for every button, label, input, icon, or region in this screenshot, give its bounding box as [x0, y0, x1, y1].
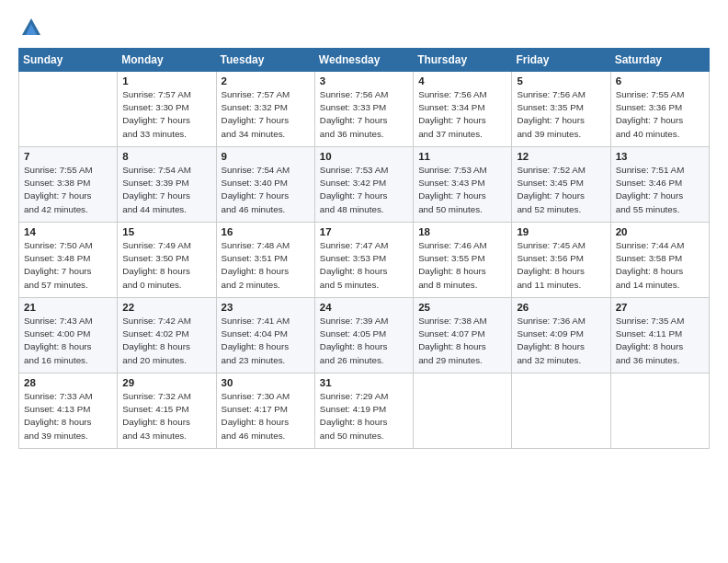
- day-info: Sunrise: 7:53 AM Sunset: 3:42 PM Dayligh…: [320, 164, 408, 216]
- weekday-header: Tuesday: [216, 49, 314, 72]
- calendar-cell: 8Sunrise: 7:54 AM Sunset: 3:39 PM Daylig…: [118, 147, 216, 223]
- calendar-cell: 25Sunrise: 7:38 AM Sunset: 4:07 PM Dayli…: [414, 298, 512, 373]
- day-info: Sunrise: 7:45 AM Sunset: 3:56 PM Dayligh…: [517, 239, 605, 292]
- calendar-cell: 4Sunrise: 7:56 AM Sunset: 3:34 PM Daylig…: [414, 72, 512, 147]
- day-number: 15: [122, 226, 210, 237]
- day-number: 31: [320, 377, 408, 388]
- calendar-week-row: 7Sunrise: 7:55 AM Sunset: 3:38 PM Daylig…: [19, 147, 710, 223]
- calendar-table: SundayMondayTuesdayWednesdayThursdayFrid…: [18, 48, 710, 449]
- calendar-cell: 18Sunrise: 7:46 AM Sunset: 3:55 PM Dayli…: [414, 223, 512, 298]
- calendar-cell: 11Sunrise: 7:53 AM Sunset: 3:43 PM Dayli…: [414, 147, 512, 223]
- day-number: 4: [418, 75, 506, 86]
- day-info: Sunrise: 7:56 AM Sunset: 3:33 PM Dayligh…: [320, 88, 408, 141]
- calendar-cell: 13Sunrise: 7:51 AM Sunset: 3:46 PM Dayli…: [610, 147, 709, 223]
- calendar-cell: 26Sunrise: 7:36 AM Sunset: 4:09 PM Dayli…: [512, 298, 610, 373]
- calendar-cell: 20Sunrise: 7:44 AM Sunset: 3:58 PM Dayli…: [610, 223, 709, 298]
- calendar-cell: 3Sunrise: 7:56 AM Sunset: 3:33 PM Daylig…: [314, 72, 413, 147]
- day-number: 29: [122, 377, 210, 388]
- day-info: Sunrise: 7:29 AM Sunset: 4:19 PM Dayligh…: [320, 390, 408, 442]
- day-number: 26: [517, 302, 605, 313]
- calendar-cell: 10Sunrise: 7:53 AM Sunset: 3:42 PM Dayli…: [314, 147, 413, 223]
- day-number: 19: [517, 226, 605, 237]
- calendar-cell: 24Sunrise: 7:39 AM Sunset: 4:05 PM Dayli…: [314, 298, 413, 373]
- day-info: Sunrise: 7:43 AM Sunset: 4:00 PM Dayligh…: [24, 315, 112, 367]
- calendar-cell: 12Sunrise: 7:52 AM Sunset: 3:45 PM Dayli…: [512, 147, 610, 223]
- day-number: 5: [517, 75, 605, 86]
- day-number: 3: [320, 75, 408, 86]
- page: SundayMondayTuesdayWednesdayThursdayFrid…: [0, 0, 728, 563]
- calendar-cell: 16Sunrise: 7:48 AM Sunset: 3:51 PM Dayli…: [216, 223, 314, 298]
- weekday-header: Wednesday: [314, 49, 413, 72]
- weekday-header: Monday: [118, 49, 216, 72]
- calendar-cell: 2Sunrise: 7:57 AM Sunset: 3:32 PM Daylig…: [216, 72, 314, 147]
- day-number: 11: [418, 151, 506, 162]
- calendar-week-row: 21Sunrise: 7:43 AM Sunset: 4:00 PM Dayli…: [19, 298, 710, 373]
- calendar-cell: [414, 373, 512, 449]
- day-info: Sunrise: 7:54 AM Sunset: 3:39 PM Dayligh…: [122, 164, 210, 216]
- logo-icon: [18, 15, 44, 40]
- day-number: 25: [418, 302, 506, 313]
- day-number: 23: [222, 302, 310, 313]
- day-info: Sunrise: 7:39 AM Sunset: 4:05 PM Dayligh…: [320, 315, 408, 367]
- calendar-cell: 27Sunrise: 7:35 AM Sunset: 4:11 PM Dayli…: [610, 298, 709, 373]
- calendar-cell: 19Sunrise: 7:45 AM Sunset: 3:56 PM Dayli…: [512, 223, 610, 298]
- day-info: Sunrise: 7:57 AM Sunset: 3:30 PM Dayligh…: [122, 88, 210, 141]
- day-info: Sunrise: 7:35 AM Sunset: 4:11 PM Dayligh…: [616, 315, 704, 367]
- day-number: 14: [24, 226, 112, 237]
- day-info: Sunrise: 7:36 AM Sunset: 4:09 PM Dayligh…: [517, 315, 605, 367]
- day-number: 12: [517, 151, 605, 162]
- day-number: 21: [24, 302, 112, 313]
- day-number: 10: [320, 151, 408, 162]
- calendar-week-row: 14Sunrise: 7:50 AM Sunset: 3:48 PM Dayli…: [19, 223, 710, 298]
- day-info: Sunrise: 7:44 AM Sunset: 3:58 PM Dayligh…: [616, 239, 704, 292]
- day-number: 18: [418, 226, 506, 237]
- calendar-cell: [19, 72, 118, 147]
- day-info: Sunrise: 7:49 AM Sunset: 3:50 PM Dayligh…: [122, 239, 210, 292]
- calendar-week-row: 28Sunrise: 7:33 AM Sunset: 4:13 PM Dayli…: [19, 373, 710, 449]
- calendar-cell: 15Sunrise: 7:49 AM Sunset: 3:50 PM Dayli…: [118, 223, 216, 298]
- day-number: 30: [222, 377, 310, 388]
- day-info: Sunrise: 7:50 AM Sunset: 3:48 PM Dayligh…: [24, 239, 112, 292]
- day-number: 22: [122, 302, 210, 313]
- day-info: Sunrise: 7:51 AM Sunset: 3:46 PM Dayligh…: [616, 164, 704, 216]
- day-info: Sunrise: 7:33 AM Sunset: 4:13 PM Dayligh…: [24, 390, 112, 442]
- day-info: Sunrise: 7:55 AM Sunset: 3:38 PM Dayligh…: [24, 164, 112, 216]
- day-info: Sunrise: 7:32 AM Sunset: 4:15 PM Dayligh…: [122, 390, 210, 442]
- calendar-cell: [512, 373, 610, 449]
- day-info: Sunrise: 7:42 AM Sunset: 4:02 PM Dayligh…: [122, 315, 210, 367]
- day-info: Sunrise: 7:57 AM Sunset: 3:32 PM Dayligh…: [222, 88, 310, 141]
- day-number: 8: [122, 151, 210, 162]
- calendar-cell: 1Sunrise: 7:57 AM Sunset: 3:30 PM Daylig…: [118, 72, 216, 147]
- day-number: 16: [222, 226, 310, 237]
- calendar-cell: 6Sunrise: 7:55 AM Sunset: 3:36 PM Daylig…: [610, 72, 709, 147]
- day-info: Sunrise: 7:48 AM Sunset: 3:51 PM Dayligh…: [222, 239, 310, 292]
- calendar-cell: 14Sunrise: 7:50 AM Sunset: 3:48 PM Dayli…: [19, 223, 118, 298]
- day-number: 2: [222, 75, 310, 86]
- day-info: Sunrise: 7:38 AM Sunset: 4:07 PM Dayligh…: [418, 315, 506, 367]
- calendar-cell: 17Sunrise: 7:47 AM Sunset: 3:53 PM Dayli…: [314, 223, 413, 298]
- day-number: 6: [616, 75, 704, 86]
- weekday-header: Thursday: [414, 49, 512, 72]
- day-number: 13: [616, 151, 704, 162]
- calendar-cell: 28Sunrise: 7:33 AM Sunset: 4:13 PM Dayli…: [19, 373, 118, 449]
- day-number: 28: [24, 377, 112, 388]
- calendar-cell: 29Sunrise: 7:32 AM Sunset: 4:15 PM Dayli…: [118, 373, 216, 449]
- day-info: Sunrise: 7:54 AM Sunset: 3:40 PM Dayligh…: [222, 164, 310, 216]
- calendar-cell: 7Sunrise: 7:55 AM Sunset: 3:38 PM Daylig…: [19, 147, 118, 223]
- calendar-cell: [610, 373, 709, 449]
- calendar-cell: 9Sunrise: 7:54 AM Sunset: 3:40 PM Daylig…: [216, 147, 314, 223]
- day-info: Sunrise: 7:46 AM Sunset: 3:55 PM Dayligh…: [418, 239, 506, 292]
- calendar-week-row: 1Sunrise: 7:57 AM Sunset: 3:30 PM Daylig…: [19, 72, 710, 147]
- weekday-header: Saturday: [610, 49, 709, 72]
- day-info: Sunrise: 7:56 AM Sunset: 3:34 PM Dayligh…: [418, 88, 506, 141]
- calendar-cell: 5Sunrise: 7:56 AM Sunset: 3:35 PM Daylig…: [512, 72, 610, 147]
- calendar-cell: 31Sunrise: 7:29 AM Sunset: 4:19 PM Dayli…: [314, 373, 413, 449]
- header: [18, 15, 710, 40]
- day-number: 24: [320, 302, 408, 313]
- calendar-cell: 22Sunrise: 7:42 AM Sunset: 4:02 PM Dayli…: [118, 298, 216, 373]
- day-info: Sunrise: 7:53 AM Sunset: 3:43 PM Dayligh…: [418, 164, 506, 216]
- calendar-header-row: SundayMondayTuesdayWednesdayThursdayFrid…: [19, 49, 710, 72]
- calendar-cell: 21Sunrise: 7:43 AM Sunset: 4:00 PM Dayli…: [19, 298, 118, 373]
- day-number: 7: [24, 151, 112, 162]
- weekday-header: Sunday: [19, 49, 118, 72]
